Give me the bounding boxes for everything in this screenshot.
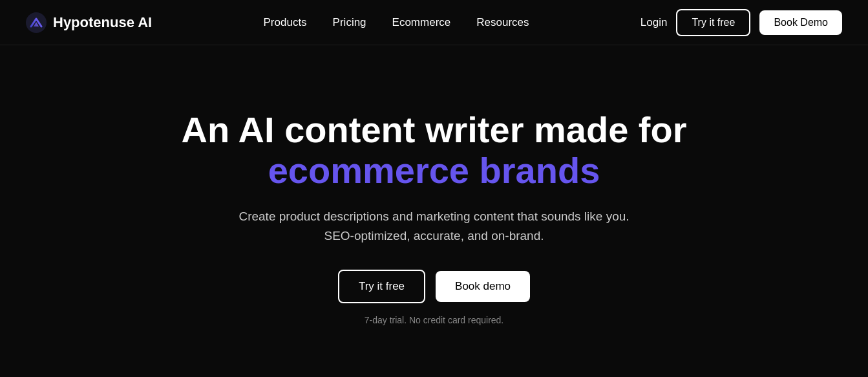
try-free-hero-button[interactable]: Try it free bbox=[338, 270, 425, 303]
logo-icon bbox=[26, 12, 47, 33]
logo[interactable]: Hypotenuse AI bbox=[26, 12, 152, 33]
book-demo-nav-button[interactable]: Book Demo bbox=[759, 10, 842, 35]
nav-link-pricing[interactable]: Pricing bbox=[333, 16, 366, 29]
nav-link-products[interactable]: Products bbox=[264, 16, 307, 29]
login-link[interactable]: Login bbox=[640, 16, 668, 29]
hero-subtitle: Create product descriptions and marketin… bbox=[238, 207, 629, 246]
nav-links: Products Pricing Ecommerce Resources bbox=[264, 16, 529, 29]
book-demo-hero-button[interactable]: Book demo bbox=[436, 271, 530, 302]
hero-footnote: 7-day trial. No credit card required. bbox=[365, 315, 504, 325]
logo-text: Hypotenuse AI bbox=[53, 14, 152, 31]
nav-link-resources[interactable]: Resources bbox=[476, 16, 529, 29]
navbar: Hypotenuse AI Products Pricing Ecommerce… bbox=[0, 0, 868, 45]
nav-link-ecommerce[interactable]: Ecommerce bbox=[392, 16, 451, 29]
hero-subtitle-line2: SEO-optimized, accurate, and on-brand. bbox=[324, 229, 544, 242]
hero-title-line2: ecommerce brands bbox=[268, 150, 600, 191]
hero-title-line1: An AI content writer made for bbox=[181, 110, 686, 150]
hero-buttons: Try it free Book demo bbox=[338, 270, 530, 303]
hero-section: An AI content writer made for ecommerce … bbox=[0, 45, 868, 377]
hero-subtitle-line1: Create product descriptions and marketin… bbox=[238, 210, 629, 223]
try-free-nav-button[interactable]: Try it free bbox=[676, 9, 750, 36]
nav-actions: Login Try it free Book Demo bbox=[640, 9, 842, 36]
